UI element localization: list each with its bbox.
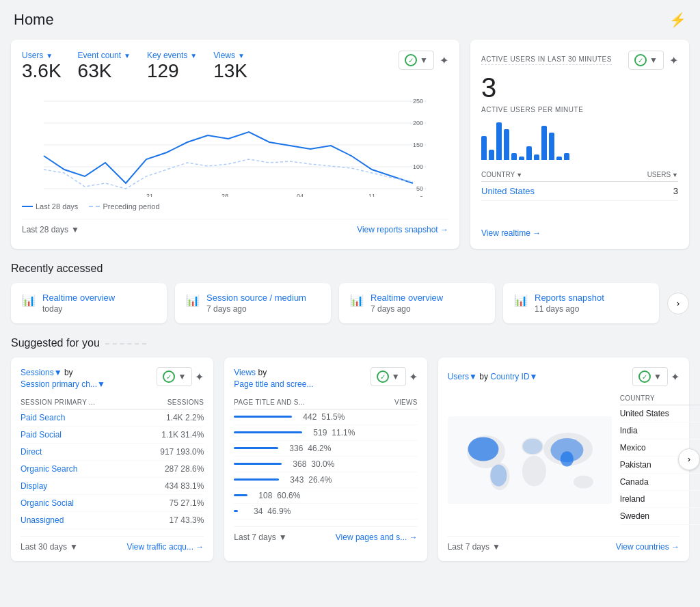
views-date-selector[interactable]: Last 7 days ▼	[234, 532, 286, 542]
recent-item-3[interactable]: 📊 Reports snapshot 11 days ago	[503, 283, 659, 323]
recent-item-2[interactable]: 📊 Realtime overview 7 days ago	[339, 283, 495, 323]
session-primary-name: Paid Search	[21, 409, 136, 426]
svg-point-27	[560, 451, 573, 466]
key-events-metric: Key events ▼ 129	[147, 51, 197, 82]
views-col: VIEWS	[394, 399, 418, 406]
check-arrow: ▼	[420, 55, 428, 65]
recent-text: Realtime overview today	[42, 293, 115, 314]
users-col-header[interactable]: USERS ▼	[647, 171, 678, 178]
users-dropdown-icon[interactable]: ▼	[672, 172, 678, 178]
bar-value: 336	[282, 444, 303, 453]
table-row: Sweden 2 50.0%	[620, 508, 700, 525]
session-primary-name: Direct	[21, 443, 136, 460]
date-range-selector[interactable]: Last 28 days ▼	[22, 225, 79, 234]
realtime-label: ACTIVE USERS IN LAST 30 MINUTES	[481, 55, 612, 65]
sessions-sparkle-btn[interactable]: ✦	[195, 367, 204, 386]
session-primary-name: Unassigned	[21, 511, 136, 528]
session-primary-name: Display	[21, 477, 136, 494]
recent-chart-icon: 📊	[350, 294, 364, 307]
table-row: Direct 917 193.0%	[21, 443, 204, 460]
users-dropdown-icon[interactable]: ▼	[46, 52, 53, 59]
check-dropdown-btn[interactable]: ✓ ▼	[399, 51, 434, 70]
recent-item-0[interactable]: 📊 Realtime overview today	[11, 283, 167, 323]
table-row: Display 434 83.1%	[21, 477, 204, 494]
session-count: 1.1K 31.4%	[136, 426, 204, 443]
views-by: by	[258, 368, 267, 377]
realtime-sparkle-btn[interactable]: ✦	[669, 54, 678, 67]
page-title: Home	[14, 11, 54, 29]
sessions-check-btn[interactable]: ✓▼	[157, 367, 192, 386]
sessions-col: SESSIONS	[136, 396, 204, 409]
map-country-name: United States	[620, 405, 698, 422]
view-pages-link[interactable]: View pages and s... →	[336, 532, 418, 542]
check-icon: ✓	[377, 370, 389, 383]
bar-value: 343	[283, 475, 304, 485]
suggested-row: Sessions▼ by Session primary ch...▼ ✓▼ ✦…	[11, 358, 689, 561]
card-actions: ✓ ▼ ✦	[399, 51, 448, 70]
page-title-label[interactable]: Page title and scree...	[234, 379, 313, 389]
views-sparkle-btn[interactable]: ✦	[409, 367, 418, 386]
views-dropdown-icon[interactable]: ▼	[238, 52, 245, 59]
map-user-count: 769 32.6%	[697, 405, 700, 422]
legend-dashed-line	[89, 206, 100, 207]
map-country-col: COUNTRY	[620, 392, 698, 405]
country-id-label[interactable]: Country ID▼	[490, 372, 537, 381]
list-item: 519 11.1%	[234, 425, 417, 441]
svg-text:200: 200	[413, 120, 423, 126]
analytics-icon[interactable]: ⚡	[669, 12, 686, 28]
sessions-date-selector[interactable]: Last 30 days ▼	[21, 542, 78, 552]
legend-preceding: Preceding period	[89, 202, 159, 211]
recent-name: Session source / medium	[206, 293, 306, 303]
view-traffic-link[interactable]: View traffic acqu... →	[126, 542, 204, 552]
realtime-check-btn[interactable]: ✓ ▼	[628, 51, 664, 70]
bar-pct: 46.9%	[267, 507, 291, 516]
recent-time: 7 days ago	[371, 304, 443, 314]
views-card-footer: Last 7 days ▼ View pages and s... →	[234, 526, 417, 542]
bar-item	[504, 129, 509, 160]
event-count-metric: Event count ▼ 63K	[78, 51, 131, 82]
bar-fill	[234, 431, 302, 433]
svg-text:28: 28	[221, 193, 228, 197]
map-check-btn[interactable]: ✓▼	[632, 367, 668, 386]
sparkle-btn[interactable]: ✦	[440, 54, 448, 67]
recent-item-1[interactable]: 📊 Session source / medium 7 days ago	[175, 283, 331, 323]
views-check-btn[interactable]: ✓▼	[371, 367, 406, 386]
svg-text:150: 150	[413, 141, 423, 148]
event-count-dropdown-icon[interactable]: ▼	[124, 52, 131, 59]
users-label[interactable]: Users ▼	[22, 51, 62, 60]
map-date-selector[interactable]: Last 7 days ▼	[448, 542, 500, 552]
sessions-card-actions: ✓▼ ✦	[157, 367, 204, 386]
event-count-label[interactable]: Event count ▼	[78, 51, 131, 60]
country-dropdown-icon[interactable]: ▼	[516, 172, 522, 178]
session-primary-label[interactable]: Session primary ch...▼	[21, 379, 105, 389]
recent-name: Realtime overview	[371, 293, 443, 303]
country-col-header[interactable]: COUNTRY ▼	[481, 171, 522, 178]
key-events-label[interactable]: Key events ▼	[147, 51, 197, 60]
bar-fill	[234, 478, 279, 481]
recently-accessed-title: Recently accessed	[11, 262, 689, 275]
sessions-label[interactable]: Sessions▼	[21, 368, 62, 377]
views-label[interactable]: Views ▼	[213, 51, 247, 60]
svg-text:250: 250	[413, 98, 423, 105]
recently-accessed-section: Recently accessed 📊 Realtime overview to…	[11, 262, 689, 323]
map-country-name: Canada	[620, 474, 698, 491]
map-sparkle-btn[interactable]: ✦	[671, 367, 679, 386]
key-events-dropdown-icon[interactable]: ▼	[190, 52, 197, 59]
session-primary-col: SESSION PRIMARY ...	[21, 396, 136, 409]
suggested-next-btn[interactable]: ›	[678, 448, 700, 470]
views-label[interactable]: Views	[234, 368, 256, 377]
users-map-label[interactable]: Users▼	[448, 372, 477, 381]
bar-pct: 51.5%	[321, 412, 345, 422]
country-user-count: 3	[673, 186, 678, 196]
bar-pct: 26.4%	[308, 475, 332, 485]
legend-last28: Last 28 days	[22, 202, 78, 211]
map-country-name: Ireland	[620, 491, 698, 508]
view-countries-link[interactable]: View countries →	[616, 542, 679, 552]
view-reports-link[interactable]: View reports snapshot →	[357, 225, 448, 234]
recently-accessed-row: 📊 Realtime overview today 📊 Session sour…	[11, 283, 689, 323]
realtime-header: ACTIVE USERS IN LAST 30 MINUTES ✓ ▼ ✦	[481, 51, 678, 70]
recently-accessed-next-btn[interactable]: ›	[667, 293, 689, 314]
views-value: 13K	[213, 60, 247, 82]
suggested-title: Suggested for you	[11, 337, 689, 349]
view-realtime-link[interactable]: View realtime →	[481, 228, 678, 238]
